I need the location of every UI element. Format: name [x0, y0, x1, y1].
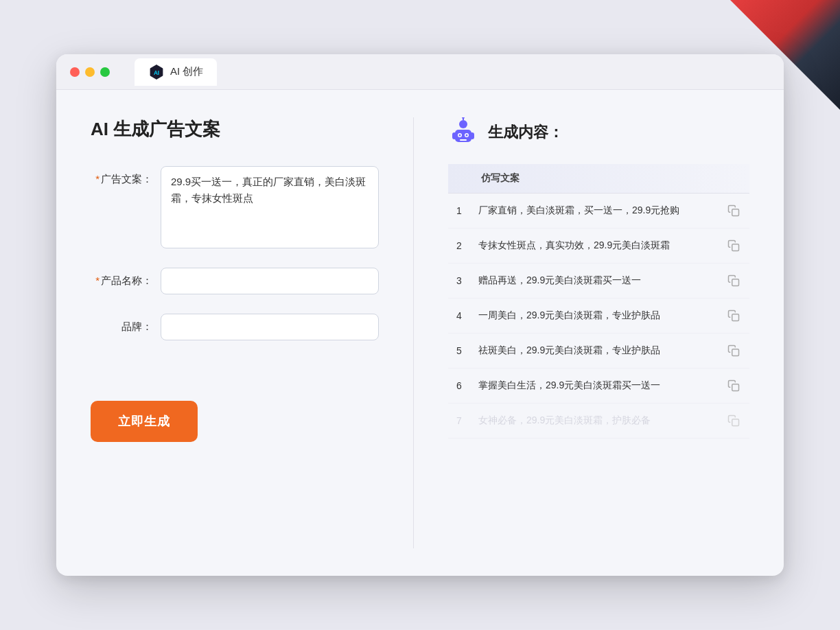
copy-cell: [718, 334, 749, 369]
row-number: 7: [448, 404, 470, 439]
copy-cell: [718, 404, 749, 439]
num-header: [448, 164, 470, 194]
copy-cell: [718, 229, 749, 264]
row-number: 5: [448, 334, 470, 369]
content-area: AI 生成广告文案 *广告文案： 29.9买一送一，真正的厂家直销，美白淡斑霜，…: [56, 90, 784, 576]
tab-label: AI 创作: [170, 65, 203, 78]
maximize-button[interactable]: [100, 67, 110, 77]
brand-input[interactable]: 好白: [161, 314, 379, 340]
table-header-row: 仿写文案: [448, 164, 749, 194]
row-text: 祛斑美白，29.9元美白淡斑霜，专业护肤品: [470, 334, 718, 369]
svg-rect-13: [732, 209, 739, 216]
brand-row: 品牌： 好白: [91, 314, 379, 340]
robot-icon: [448, 117, 478, 148]
row-text: 女神必备，29.9元美白淡斑霜，护肤必备: [470, 404, 718, 439]
svg-rect-5: [470, 132, 474, 139]
table-row: 1厂家直销，美白淡斑霜，买一送一，29.9元抢购: [448, 194, 749, 229]
required-star-2: *: [95, 275, 100, 286]
svg-rect-17: [732, 349, 739, 356]
row-text: 厂家直销，美白淡斑霜，买一送一，29.9元抢购: [470, 194, 718, 229]
row-text: 一周美白，29.9元美白淡斑霜，专业护肤品: [470, 299, 718, 334]
copy-cell: [718, 299, 749, 334]
generate-button[interactable]: 立即生成: [91, 401, 198, 442]
copy-cell: [718, 369, 749, 404]
table-row: 3赠品再送，29.9元美白淡斑霜买一送一: [448, 264, 749, 299]
svg-point-8: [459, 135, 461, 137]
page-title: AI 生成广告文案: [91, 117, 379, 141]
copy-icon[interactable]: [726, 413, 741, 428]
table-row: 5祛斑美白，29.9元美白淡斑霜，专业护肤品: [448, 334, 749, 369]
row-number: 3: [448, 264, 470, 299]
traffic-lights: [70, 67, 110, 77]
copy-icon[interactable]: [726, 238, 741, 253]
table-row: 7女神必备，29.9元美白淡斑霜，护肤必备: [448, 404, 749, 439]
row-number: 4: [448, 299, 470, 334]
row-number: 1: [448, 194, 470, 229]
svg-rect-18: [732, 384, 739, 391]
ai-icon: AI: [148, 64, 165, 80]
svg-point-2: [459, 120, 467, 128]
row-text: 赠品再送，29.9元美白淡斑霜买一送一: [470, 264, 718, 299]
ad-copy-input[interactable]: 29.9买一送一，真正的厂家直销，美白淡斑霜，专抹女性斑点: [161, 166, 379, 248]
copy-cell: [718, 264, 749, 299]
svg-point-9: [466, 135, 468, 137]
title-bar: AI AI 创作: [56, 54, 784, 90]
copy-icon[interactable]: [726, 203, 741, 218]
svg-point-12: [462, 117, 465, 119]
ad-copy-row: *广告文案： 29.9买一送一，真正的厂家直销，美白淡斑霜，专抹女性斑点: [91, 166, 379, 248]
right-panel: 生成内容： 仿写文案 1厂家直销，美白淡斑霜，买一送一，29.9元抢购 2专抹女…: [448, 117, 749, 548]
svg-rect-15: [732, 279, 739, 286]
copy-icon[interactable]: [726, 308, 741, 323]
copy-icon[interactable]: [726, 273, 741, 288]
ai-tab[interactable]: AI AI 创作: [135, 58, 217, 86]
copy-icon[interactable]: [726, 378, 741, 393]
table-row: 4一周美白，29.9元美白淡斑霜，专业护肤品: [448, 299, 749, 334]
left-panel: AI 生成广告文案 *广告文案： 29.9买一送一，真正的厂家直销，美白淡斑霜，…: [91, 117, 379, 548]
required-star-1: *: [95, 173, 100, 185]
svg-rect-14: [732, 244, 739, 251]
table-row: 2专抹女性斑点，真实功效，29.9元美白淡斑霜: [448, 229, 749, 264]
svg-text:AI: AI: [154, 69, 159, 75]
svg-rect-19: [732, 419, 739, 426]
product-name-input[interactable]: 美白淡斑霜: [161, 268, 379, 294]
ad-copy-label: *广告文案：: [91, 166, 152, 186]
product-name-row: *产品名称： 美白淡斑霜: [91, 268, 379, 294]
row-number: 2: [448, 229, 470, 264]
copy-cell: [718, 194, 749, 229]
copy-icon[interactable]: [726, 343, 741, 358]
row-text: 专抹女性斑点，真实功效，29.9元美白淡斑霜: [470, 229, 718, 264]
copy-header: 仿写文案: [470, 164, 718, 194]
row-number: 6: [448, 369, 470, 404]
action-header: [718, 164, 749, 194]
row-text: 掌握美白生活，29.9元美白淡斑霜买一送一: [470, 369, 718, 404]
result-header: 生成内容：: [448, 117, 749, 148]
minimize-button[interactable]: [85, 67, 95, 77]
brand-label: 品牌：: [91, 314, 152, 334]
panel-divider: [413, 117, 414, 548]
result-title: 生成内容：: [488, 122, 563, 143]
svg-rect-16: [732, 314, 739, 321]
svg-rect-4: [452, 132, 456, 139]
svg-rect-10: [460, 139, 467, 141]
results-table: 仿写文案 1厂家直销，美白淡斑霜，买一送一，29.9元抢购 2专抹女性斑点，真实…: [448, 164, 749, 439]
close-button[interactable]: [70, 67, 80, 77]
table-row: 6掌握美白生活，29.9元美白淡斑霜买一送一: [448, 369, 749, 404]
browser-window: AI AI 创作 AI 生成广告文案 *广告文案： 29.9买一送一，真正的厂家…: [56, 54, 784, 576]
product-name-label: *产品名称：: [91, 268, 152, 288]
